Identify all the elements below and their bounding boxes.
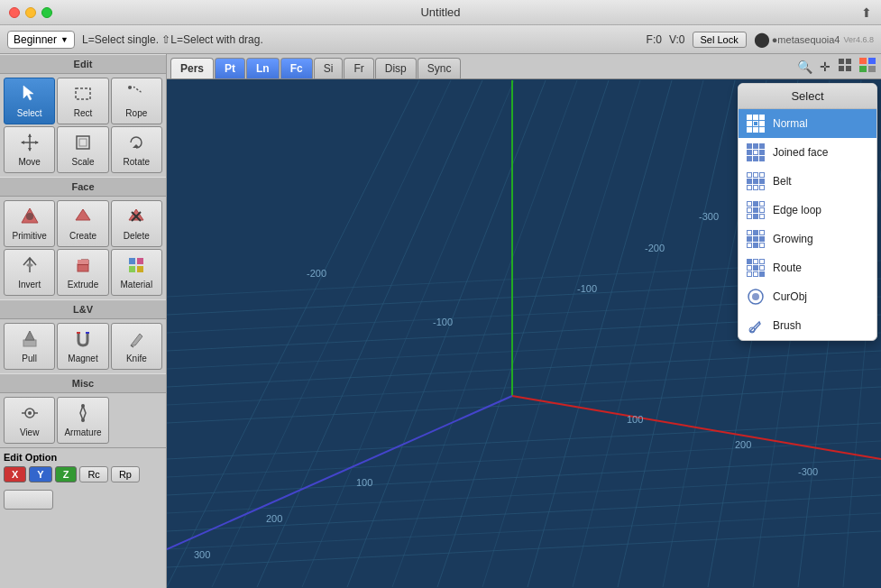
select-joined-face-item[interactable]: Joined face (739, 138, 876, 167)
select-tool-button[interactable]: Select (4, 78, 55, 124)
invert-tool-button[interactable]: Invert (4, 249, 55, 296)
close-button[interactable] (9, 7, 20, 18)
rotate-tool-button[interactable]: Rotate (111, 126, 162, 173)
route-label: Route (773, 262, 802, 274)
normal-label: Normal (773, 117, 808, 130)
create-tool-label: Create (69, 231, 96, 241)
edit-option-buttons: X Y Z Rc Rp (4, 466, 162, 482)
select-brush-item[interactable]: Brush (739, 311, 876, 340)
rotate-tool-label: Rotate (124, 157, 150, 167)
scale-tool-icon (73, 133, 93, 155)
app-logo: ⬤ ●metasequoia4 Ver4.6.8 (754, 31, 874, 48)
extrude-tool-button[interactable]: Extrude (57, 249, 108, 296)
tab-fr[interactable]: Fr (344, 58, 373, 78)
v-counter: V:0 (669, 33, 685, 46)
select-edge-loop-item[interactable]: Edge loop (739, 196, 876, 225)
mode-dropdown[interactable]: Beginner ▼ (7, 31, 75, 49)
select-tool-label: Select (17, 108, 42, 118)
brush-icon (746, 316, 766, 335)
create-tool-button[interactable]: Create (57, 200, 108, 247)
delete-tool-icon (126, 207, 146, 229)
tab-disp[interactable]: Disp (375, 58, 417, 78)
svg-rect-24 (23, 340, 36, 346)
tab-ln[interactable]: Ln (246, 58, 280, 78)
delete-tool-button[interactable]: Delete (111, 200, 162, 247)
material-tool-label: Material (121, 280, 153, 289)
select-curobj-item[interactable]: CurObj (739, 282, 876, 311)
rope-tool-button[interactable]: Rope (111, 78, 162, 124)
primitive-tool-button[interactable]: Primitive (4, 200, 55, 247)
svg-rect-42 (859, 66, 867, 72)
knife-tool-icon (126, 329, 146, 352)
tab-pt[interactable]: Pt (215, 58, 245, 78)
y-axis-button[interactable]: Y (29, 466, 51, 482)
primitive-tool-icon (20, 207, 40, 229)
brush-label: Brush (773, 319, 801, 332)
select-normal-item[interactable]: Normal (739, 109, 876, 138)
rect-tool-button[interactable]: Rect (57, 78, 108, 124)
tab-fc[interactable]: Fc (280, 58, 313, 78)
svg-rect-8 (77, 136, 89, 149)
belt-label: Belt (773, 175, 792, 188)
toolbar-hint: L=Select single. ⇧L=Select with drag. (82, 33, 263, 46)
f-counter: F:0 (647, 33, 662, 46)
select-route-item[interactable]: Route (739, 253, 876, 282)
view-tool-icon (20, 403, 40, 426)
fullscreen-button[interactable] (41, 7, 52, 18)
tabbar: Pers Pt Ln Fc Si Fr Disp Sync 🔍 ✛ (167, 54, 881, 79)
move-tool-button[interactable]: Move (4, 126, 55, 173)
tab-pers[interactable]: Pers (170, 58, 214, 78)
svg-rect-38 (839, 66, 844, 71)
layout-icon[interactable] (858, 56, 877, 77)
select-panel-header: Select (739, 84, 876, 109)
lv-section-header: L&V (0, 299, 166, 319)
sel-lock-button[interactable]: Sel Lock (693, 32, 747, 48)
svg-rect-39 (846, 66, 851, 71)
svg-rect-0 (76, 88, 90, 99)
knife-tool-button[interactable]: Knife (111, 323, 162, 370)
select-panel: Select Normal (738, 83, 877, 341)
svg-marker-33 (80, 406, 86, 420)
move-view-icon[interactable]: ✛ (818, 58, 832, 76)
viewport[interactable]: -300 -200 -100 -200 -100 100 200 100 200… (167, 79, 881, 588)
svg-rect-36 (839, 59, 844, 64)
tab-sync[interactable]: Sync (418, 58, 462, 78)
tab-si[interactable]: Si (314, 58, 344, 78)
svg-marker-7 (35, 141, 39, 144)
rp-button[interactable]: Rp (111, 466, 140, 482)
z-axis-button[interactable]: Z (55, 466, 78, 482)
mode-label: Beginner (14, 33, 57, 46)
delete-tool-label: Delete (124, 231, 150, 241)
select-belt-item[interactable]: Belt (739, 167, 876, 196)
search-icon[interactable]: 🔍 (795, 58, 814, 76)
rope-tool-label: Rope (125, 108, 147, 118)
titlebar: Untitled ⬆ (0, 0, 881, 25)
window-title: Untitled (420, 5, 460, 19)
material-tool-button[interactable]: Material (111, 249, 162, 296)
rc-button[interactable]: Rc (79, 466, 107, 482)
material-tool-icon (126, 255, 146, 278)
svg-rect-22 (129, 266, 135, 272)
edit-tool-grid: Select Rect Rope (0, 74, 166, 177)
minimize-button[interactable] (25, 7, 36, 18)
view-tool-button[interactable]: View (4, 397, 55, 444)
select-tool-icon (20, 84, 40, 106)
cursor-icon: ⬆ (861, 5, 872, 20)
svg-text:300: 300 (194, 549, 210, 560)
svg-point-35 (81, 418, 85, 422)
edge-loop-icon (746, 200, 766, 220)
armature-tool-button[interactable]: Armature (57, 397, 108, 444)
scale-tool-button[interactable]: Scale (57, 126, 108, 173)
curobj-label: CurObj (773, 290, 807, 303)
grid-view-icon[interactable] (836, 56, 854, 77)
magnet-tool-button[interactable]: Magnet (57, 323, 108, 370)
extra-btn-1[interactable] (4, 490, 53, 510)
select-growing-item[interactable]: Growing (739, 225, 876, 253)
x-axis-button[interactable]: X (4, 466, 26, 482)
bottom-button-area (0, 486, 166, 513)
svg-rect-20 (129, 258, 135, 264)
pull-tool-icon (20, 329, 40, 352)
edge-loop-label: Edge loop (773, 204, 821, 216)
logo-text: ●metasequoia4 (772, 34, 840, 45)
pull-tool-button[interactable]: Pull (4, 323, 55, 370)
